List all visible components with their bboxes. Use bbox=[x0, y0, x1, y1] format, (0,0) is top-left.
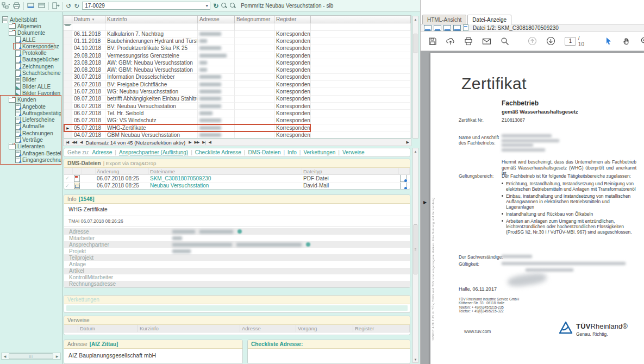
row-selector-cell[interactable] bbox=[64, 88, 72, 95]
goto-link[interactable]: Ansprechpartner (Auflistung) bbox=[119, 149, 188, 155]
page-up-icon[interactable] bbox=[528, 36, 537, 46]
zoom-in-icon[interactable] bbox=[640, 36, 644, 46]
table-row[interactable]: 04.10.2018 BV: Produktzertifikate Sika P… bbox=[64, 45, 411, 52]
table-row[interactable]: 05.07.2018 WG: VS Windschutz Korresponde… bbox=[64, 117, 411, 124]
search-plus-icon[interactable] bbox=[221, 3, 227, 9]
info-field-row[interactable]: Projekt bbox=[64, 248, 410, 254]
search-icon[interactable] bbox=[230, 3, 236, 9]
sidebar-item[interactable]: Arbeitsblatt bbox=[0, 16, 61, 23]
table-row[interactable]: 06.07.2018 BV: Neubau Versuchsstation Ko… bbox=[64, 103, 411, 110]
email-icon[interactable] bbox=[482, 37, 491, 46]
nav-first-icon[interactable]: |◀ bbox=[66, 140, 68, 145]
scroll-up-icon[interactable]: ▲ bbox=[413, 148, 418, 154]
sort-desc-icon[interactable]: ▼ bbox=[91, 18, 95, 21]
column-header-belegnummer[interactable]: Belegnummer bbox=[235, 16, 274, 23]
row-selector-cell[interactable] bbox=[64, 30, 72, 37]
info-field-row[interactable]: Anlage bbox=[64, 261, 410, 267]
table-row[interactable]: 06.07.2018 Tel. Hr. Seibold Korresponden… bbox=[64, 110, 411, 117]
nav-back-icon[interactable]: ◀ bbox=[209, 140, 211, 145]
table-vertical-scrollbar[interactable]: ▲ bbox=[412, 16, 418, 139]
filter-cell[interactable] bbox=[274, 23, 311, 30]
select-tool-icon[interactable] bbox=[604, 37, 612, 46]
table-row[interactable]: 26.07.2018 BV: Freigabe Dichtfläche Korr… bbox=[64, 81, 411, 88]
nav-fast-forward-icon[interactable]: ▶▶ bbox=[195, 140, 199, 145]
sidebar-item[interactable]: Auftragsbestätigungen bbox=[0, 110, 61, 116]
sidebar-item[interactable]: Schachtscheine bbox=[0, 70, 61, 76]
sidebar-item[interactable]: Bautagebücher bbox=[0, 57, 61, 63]
row-selector-cell[interactable] bbox=[64, 66, 72, 73]
nav-fast-back-icon[interactable]: ◀◀ bbox=[72, 140, 77, 145]
dms-file-row[interactable]: ✓ 06.07.2018 08:25 SKM_C30818070509230 P… bbox=[64, 175, 410, 183]
filter-cell[interactable] bbox=[235, 23, 274, 30]
row-selector-cell[interactable] bbox=[64, 96, 72, 103]
scroll-up-icon[interactable]: ▲ bbox=[413, 16, 418, 22]
goto-link[interactable]: Verweise bbox=[342, 149, 365, 155]
sidebar-item[interactable]: Bilder bbox=[0, 77, 61, 83]
sidebar-item[interactable]: Dokumente bbox=[0, 30, 61, 36]
info-field-row[interactable]: Teilprojekt bbox=[64, 254, 410, 261]
sidebar-horizontal-scrollbar[interactable]: ◀ ||| ▶ bbox=[1, 353, 61, 360]
upload-cloud-icon[interactable] bbox=[446, 37, 455, 46]
dms-filename-link[interactable]: Neubau Versuchsstation bbox=[149, 183, 302, 190]
sidebar-item[interactable]: Korrespondenz bbox=[0, 43, 61, 49]
scroll-left-icon[interactable]: ◀ bbox=[2, 353, 8, 359]
table-row[interactable]: 23.08.2018 AW: GBM: Neubau Versuchsstati… bbox=[64, 59, 411, 66]
filter-funnel-icon[interactable] bbox=[64, 23, 72, 30]
dms-column-dateiname[interactable]: Dateiname bbox=[149, 168, 302, 175]
column-header-datum[interactable]: Datum▼ bbox=[72, 16, 105, 23]
save-icon[interactable] bbox=[428, 37, 437, 46]
print-icon[interactable] bbox=[12, 2, 21, 9]
next-image-icon[interactable] bbox=[443, 25, 451, 31]
nav-last-icon[interactable]: ▶| bbox=[202, 140, 205, 145]
column-header-kurzinfo[interactable]: Kurzinfo bbox=[105, 16, 198, 23]
row-selector-cell[interactable] bbox=[64, 117, 72, 124]
row-selector-cell[interactable] bbox=[64, 74, 72, 81]
window-icon[interactable] bbox=[27, 2, 35, 9]
scrollbar-thumb[interactable]: ≡ bbox=[414, 224, 417, 274]
dms-view-cell[interactable] bbox=[399, 183, 410, 190]
project-number-combo[interactable]: 17-0029 ▼ bbox=[82, 2, 210, 10]
sidebar-item[interactable]: Bilder Favoriten bbox=[0, 90, 61, 96]
page-number-input[interactable]: 1 bbox=[565, 37, 576, 46]
info-field-row[interactable]: KontrollMitarbeiter bbox=[64, 274, 410, 281]
adresse-badge[interactable]: [AIZ Zittau] bbox=[90, 341, 118, 347]
dms-file-row[interactable]: ✓ 06.07.2018 08:25 Neubau Versuchsstatio… bbox=[64, 183, 410, 190]
info-field-row[interactable]: Rechnungsadresse bbox=[64, 281, 410, 287]
sidebar-item[interactable]: Anfragen-Bestellungen bbox=[0, 150, 61, 156]
sidebar-item[interactable]: Verträge bbox=[0, 136, 61, 143]
tab-datei-anzeige[interactable]: Datei-Anzeige bbox=[467, 15, 511, 24]
nav-edge-icon[interactable]: ▶ bbox=[407, 140, 409, 145]
table-row[interactable]: 01.11.2018 Baubehinderungen Hydrant und … bbox=[64, 37, 411, 45]
table-row[interactable]: ▶ 05.07.2018 WHG-Zertifikate Korresponde… bbox=[64, 124, 411, 131]
sidebar-item[interactable]: Angebote bbox=[0, 103, 61, 110]
table-row[interactable]: 16.07.2018 WG: Neubau Versuchsstation Ko… bbox=[64, 88, 411, 95]
sidebar-item[interactable]: Lieferanten bbox=[0, 143, 61, 150]
window-2-icon[interactable] bbox=[37, 2, 46, 9]
window-layout-icon[interactable] bbox=[453, 25, 461, 31]
sidebar-item[interactable]: Protokolle bbox=[0, 49, 61, 56]
search-icon[interactable] bbox=[501, 37, 509, 46]
history-back-icon[interactable]: ↺ bbox=[66, 3, 71, 9]
sidebar-item[interactable]: Aufmaße bbox=[0, 123, 61, 130]
row-selector-cell[interactable] bbox=[64, 45, 72, 52]
goto-link[interactable]: Verkettungen bbox=[303, 149, 335, 155]
verweise-column-vorgang[interactable]: Vorgang bbox=[296, 325, 353, 332]
tab-html-ansicht[interactable]: HTML-Ansicht bbox=[422, 15, 466, 24]
dms-column-aenderung[interactable]: Änderung bbox=[96, 168, 149, 175]
nav-next-icon[interactable]: ▶ bbox=[189, 140, 191, 145]
sidebar-item[interactable]: Zeichnungen bbox=[0, 63, 61, 70]
verweise-column-adresse[interactable]: Adresse bbox=[240, 325, 296, 332]
goto-link[interactable]: DMS-Dateien bbox=[248, 149, 280, 155]
table-row[interactable]: 20.08.2018 AW: GBM: Neubau Versuchsstati… bbox=[64, 66, 411, 73]
scrollbar-thumb[interactable]: ||| bbox=[9, 353, 53, 359]
filter-cell[interactable] bbox=[72, 23, 105, 30]
verweise-column-register[interactable]: Register bbox=[353, 325, 410, 332]
row-selector-cell[interactable] bbox=[64, 103, 72, 110]
goto-link[interactable]: Checkliste Adresse bbox=[195, 149, 241, 155]
dms-column-dateityp[interactable]: Dateityp bbox=[302, 168, 399, 175]
prev-image-icon[interactable] bbox=[434, 25, 441, 31]
row-selector-cell[interactable] bbox=[64, 37, 72, 45]
pdf-viewer-area[interactable]: ▶ 10/2017 4.08 2 A5 ® TÜV, TUEV und TUV … bbox=[421, 51, 644, 364]
open-file-icon[interactable] bbox=[463, 24, 468, 31]
info-field-row[interactable]: Adresse bbox=[64, 228, 410, 235]
